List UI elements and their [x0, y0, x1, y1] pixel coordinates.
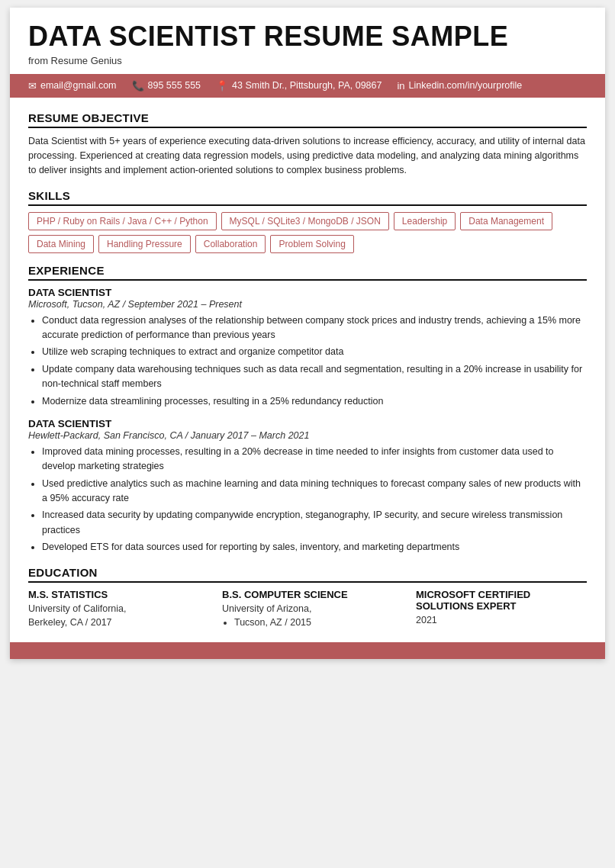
contact-phone: 📞 895 555 555 — [132, 80, 201, 92]
list-item: Used predictive analytics such as machin… — [42, 477, 587, 506]
job-entry: DATA SCIENTISTHewlett-Packard, San Franc… — [28, 418, 587, 555]
edu-detail: University of Arizona,Tucson, AZ / 2015 — [222, 602, 393, 631]
skill-tag: Leadership — [394, 212, 456, 230]
skills-title: SKILLS — [28, 189, 587, 206]
skill-tag: Data Mining — [28, 235, 94, 253]
edu-degree: M.S. STATISTICS — [28, 589, 199, 600]
footer-bar — [10, 642, 605, 659]
list-item: Conduct data regression analyses of the … — [42, 313, 587, 343]
resume-title: DATA SCIENTIST RESUME SAMPLE — [28, 21, 587, 52]
skill-tag: Handling Pressure — [98, 235, 191, 253]
resume-subtitle: from Resume Genius — [28, 55, 587, 66]
edu-degree: B.S. COMPUTER SCIENCE — [222, 589, 393, 600]
objective-section: RESUME OBJECTIVE Data Scientist with 5+ … — [28, 111, 587, 178]
objective-title: RESUME OBJECTIVE — [28, 111, 587, 128]
linkedin-icon: in — [397, 80, 404, 92]
contact-address: 📍 43 Smith Dr., Pittsburgh, PA, 09867 — [216, 80, 382, 92]
job-meta: Hewlett-Packard, San Francisco, CA / Jan… — [28, 430, 587, 441]
experience-title: EXPERIENCE — [28, 264, 587, 281]
job-bullets: Conduct data regression analyses of the … — [28, 313, 587, 409]
objective-text: Data Scientist with 5+ years of experien… — [28, 134, 587, 178]
job-entry: DATA SCIENTISTMicrosoft, Tucson, AZ / Se… — [28, 287, 587, 409]
edu-item: MICROSOFT CERTIFIED SOLUTIONS EXPERT2021 — [416, 589, 587, 631]
list-item: Developed ETS for data sources used for … — [42, 540, 587, 555]
edu-detail: 2021 — [416, 613, 587, 628]
phone-icon: 📞 — [132, 80, 144, 92]
education-title: EDUCATION — [28, 566, 587, 583]
header-section: DATA SCIENTIST RESUME SAMPLE from Resume… — [10, 8, 605, 74]
edu-item: B.S. COMPUTER SCIENCEUniversity of Arizo… — [222, 589, 393, 631]
list-item: Modernize data streamlining processes, r… — [42, 394, 587, 409]
main-content: RESUME OBJECTIVE Data Scientist with 5+ … — [10, 98, 605, 631]
education-grid: M.S. STATISTICSUniversity of California,… — [28, 589, 587, 631]
list-item: Improved data mining processes, resultin… — [42, 445, 587, 474]
list-item: Increased data security by updating comp… — [42, 508, 587, 538]
skills-section: SKILLS PHP / Ruby on Rails / Java / C++ … — [28, 189, 587, 253]
skills-container: PHP / Ruby on Rails / Java / C++ / Pytho… — [28, 212, 587, 253]
location-icon: 📍 — [216, 80, 228, 92]
skill-tag: Data Management — [460, 212, 552, 230]
skill-tag: Problem Solving — [270, 235, 353, 253]
edu-item: M.S. STATISTICSUniversity of California,… — [28, 589, 199, 631]
resume-page: DATA SCIENTIST RESUME SAMPLE from Resume… — [10, 8, 605, 659]
contact-linkedin: in Linkedin.com/in/yourprofile — [397, 80, 522, 92]
jobs-container: DATA SCIENTISTMicrosoft, Tucson, AZ / Se… — [28, 287, 587, 555]
job-meta: Microsoft, Tucson, AZ / September 2021 –… — [28, 299, 587, 310]
list-item: Update company data warehousing techniqu… — [42, 362, 587, 392]
skill-tag: PHP / Ruby on Rails / Java / C++ / Pytho… — [28, 212, 217, 230]
job-title: DATA SCIENTIST — [28, 287, 587, 298]
contact-email: ✉ email@gmail.com — [28, 80, 117, 92]
list-item: Utilize web scraping techniques to extra… — [42, 345, 587, 359]
edu-degree: MICROSOFT CERTIFIED SOLUTIONS EXPERT — [416, 589, 587, 612]
skill-tag: Collaboration — [195, 235, 266, 253]
email-icon: ✉ — [28, 80, 37, 92]
education-section: EDUCATION M.S. STATISTICSUniversity of C… — [28, 566, 587, 631]
job-title: DATA SCIENTIST — [28, 418, 587, 429]
experience-section: EXPERIENCE DATA SCIENTISTMicrosoft, Tucs… — [28, 264, 587, 555]
job-bullets: Improved data mining processes, resultin… — [28, 445, 587, 555]
skill-tag: MySQL / SQLite3 / MongoDB / JSON — [221, 212, 389, 230]
edu-detail: University of California,Berkeley, CA / … — [28, 602, 199, 631]
contact-bar: ✉ email@gmail.com 📞 895 555 555 📍 43 Smi… — [10, 74, 605, 98]
